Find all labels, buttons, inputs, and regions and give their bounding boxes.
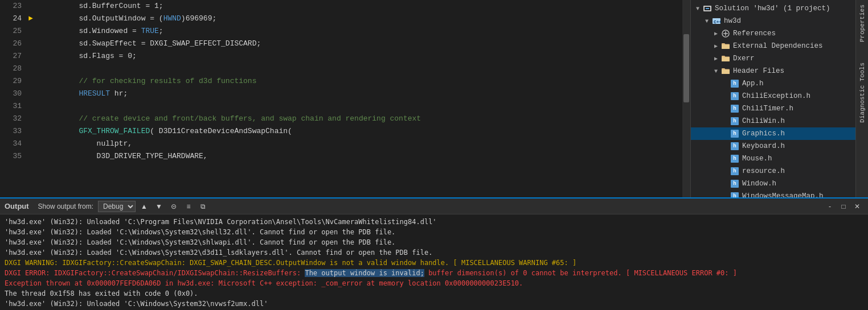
line-number: 23: [0, 0, 28, 13]
line-number: 30: [0, 88, 28, 100]
sol-arrow-mouse_h: [720, 155, 730, 162]
code-line-33: 33 GFX_THROW_FAILED( D3D11CreateDeviceAn…: [0, 125, 682, 138]
sol-label-mouse_h: Mouse.h: [742, 155, 772, 163]
sol-icon-graphics_h: h: [730, 129, 740, 139]
line-content: nullptr,: [34, 138, 132, 150]
sol-arrow-chiliexception_h: [720, 93, 730, 100]
sol-tree: Solution 'hw3d' (1 project)C++hw3dRefere…: [691, 0, 855, 197]
sol-icon-resource_h: h: [730, 166, 740, 176]
sol-label-windowsmessagemap_h: WindowsMessageMap.h: [742, 192, 824, 197]
sol-item-window_h[interactable]: hWindow.h: [691, 177, 855, 190]
toolbar-btn-wrap[interactable]: ⧉: [197, 200, 210, 213]
code-line-24: 24► sd.OutputWindow = (HWND)696969;: [0, 13, 682, 25]
editor-scrollbar[interactable]: [682, 0, 690, 197]
sol-icon-extdeps: [720, 41, 731, 51]
line-content: HRESULT hr;: [34, 88, 128, 100]
code-line-30: 30 HRESULT hr;: [0, 88, 682, 100]
code-line-28: 28: [0, 63, 682, 75]
sol-label-proj: hw3d: [724, 17, 741, 25]
sol-item-chilitimer_h[interactable]: hChiliTimer.h: [691, 102, 855, 115]
sol-arrow-headerfiles: [711, 68, 720, 75]
code-line-23: 23 sd.BufferCount = 1;: [0, 0, 682, 13]
sol-icon-chiliexception_h: h: [730, 91, 740, 101]
sol-label-chilitimer_h: ChiliTimer.h: [742, 105, 793, 113]
output-source-dropdown[interactable]: Debug: [98, 201, 136, 212]
sol-item-mouse_h[interactable]: hMouse.h: [691, 152, 855, 165]
line-number: 33: [0, 125, 28, 138]
line-indicator: ►: [28, 13, 34, 25]
sol-label-app_h: App.h: [742, 80, 764, 88]
line-content: sd.SwapEffect = DXGI_SWAP_EFFECT_DISCARD…: [34, 38, 261, 50]
scrollbar-thumb[interactable]: [683, 34, 689, 102]
svg-rect-2: [706, 8, 709, 9]
sol-icon-headerfiles: [720, 66, 731, 76]
sol-item-keyboard_h[interactable]: hKeyboard.h: [691, 140, 855, 152]
properties-tab[interactable]: Properties: [857, 0, 867, 47]
sol-item-chiliexception_h[interactable]: hChiliException.h: [691, 90, 855, 102]
diagnostic-tools-tab[interactable]: Diagnostic Tools: [857, 58, 867, 127]
sol-icon-proj: C++: [711, 16, 722, 26]
toolbar-btn-stop[interactable]: ⊝: [167, 200, 180, 213]
code-line-32: 32 // create device and front/back buffe…: [0, 113, 682, 125]
toolbar-btn-up[interactable]: ▲: [138, 200, 150, 213]
output-window-controls: - □ ✕: [824, 200, 863, 213]
line-content: // create device and front/back buffers,…: [34, 113, 421, 125]
line-content: sd.OutputWindow = (HWND)696969;: [34, 13, 216, 25]
sol-item-chiliwin_h[interactable]: hChiliWin.h: [691, 115, 855, 127]
sol-item-sol[interactable]: Solution 'hw3d' (1 project): [691, 2, 855, 15]
sol-arrow-proj: [702, 18, 711, 24]
line-content: GFX_THROW_FAILED( D3D11CreateDeviceAndSw…: [34, 125, 292, 138]
sol-item-proj[interactable]: C++hw3d: [691, 15, 855, 27]
line-content: [34, 63, 48, 75]
line-number: 25: [0, 25, 28, 38]
sol-icon-refs: [720, 28, 731, 39]
sol-label-keyboard_h: Keyboard.h: [742, 142, 785, 150]
sol-item-resource_h[interactable]: hresource.h: [691, 165, 855, 177]
output-line-7: The thread 0x1f58 has exited with code 0…: [5, 288, 863, 299]
sol-arrow-resource_h: [720, 168, 730, 175]
sol-icon-keyboard_h: h: [730, 141, 740, 151]
sol-item-extdeps[interactable]: External Dependencies: [691, 40, 855, 52]
output-header: Output Show output from: Debug ▲ ▼ ⊝ ≡ ⧉…: [0, 199, 868, 214]
sol-item-refs[interactable]: References: [691, 27, 855, 40]
line-number: 27: [0, 50, 28, 63]
line-number: 35: [0, 150, 28, 163]
line-number: 29: [0, 75, 28, 88]
sol-label-headerfiles: Header Files: [733, 67, 784, 75]
output-float-btn[interactable]: □: [837, 200, 850, 213]
output-line-2: 'hw3d.exe' (Win32): Loaded 'C:\Windows\S…: [5, 237, 863, 247]
sol-label-extdeps: External Dependencies: [733, 42, 823, 50]
sol-label-graphics_h: Graphics.h: [742, 130, 785, 138]
output-line-4: DXGI WARNING: IDXGIFactory::CreateSwapCh…: [5, 258, 863, 268]
output-minimize-btn[interactable]: -: [824, 200, 836, 213]
line-number: 32: [0, 113, 28, 125]
output-line-1: 'hw3d.exe' (Win32): Loaded 'C:\Windows\S…: [5, 227, 863, 237]
sol-label-chiliexception_h: ChiliException.h: [742, 92, 810, 100]
solution-explorer: Solution 'hw3d' (1 project)C++hw3dRefere…: [690, 0, 855, 197]
sol-icon-dxerr: [720, 53, 731, 64]
code-editor: 23 sd.BufferCount = 1;24► sd.OutputWindo…: [0, 0, 682, 197]
output-panel: Output Show output from: Debug ▲ ▼ ⊝ ≡ ⧉…: [0, 197, 868, 310]
sol-icon-chilitimer_h: h: [730, 104, 740, 114]
output-close-btn[interactable]: ✕: [851, 200, 863, 213]
sol-arrow-dxerr: [711, 55, 720, 62]
sol-icon-app_h: h: [730, 78, 740, 89]
sol-item-headerfiles[interactable]: Header Files: [691, 65, 855, 77]
toolbar-btn-menu[interactable]: ≡: [182, 200, 195, 213]
code-line-26: 26 sd.SwapEffect = DXGI_SWAP_EFFECT_DISC…: [0, 38, 682, 50]
line-content: sd.Windowed = TRUE;: [34, 25, 163, 38]
line-number: 31: [0, 100, 28, 113]
output-line-6: Exception thrown at 0x000007FEFD6DA06D i…: [5, 278, 863, 288]
code-line-31: 31: [0, 100, 682, 113]
code-lines: 23 sd.BufferCount = 1;24► sd.OutputWindo…: [0, 0, 682, 163]
sol-icon-chiliwin_h: h: [730, 116, 740, 126]
sol-arrow-refs: [711, 30, 720, 37]
sol-item-windowsmessagemap_h[interactable]: hWindowsMessageMap.h: [691, 190, 855, 197]
sol-arrow-extdeps: [711, 43, 720, 49]
sol-item-graphics_h[interactable]: hGraphics.h: [691, 127, 855, 140]
toolbar-btn-down[interactable]: ▼: [153, 200, 165, 213]
sol-arrow-sol: [693, 6, 702, 12]
sol-item-dxerr[interactable]: Dxerr: [691, 52, 855, 65]
sol-item-app_h[interactable]: hApp.h: [691, 77, 855, 90]
code-line-34: 34 nullptr,: [0, 138, 682, 150]
